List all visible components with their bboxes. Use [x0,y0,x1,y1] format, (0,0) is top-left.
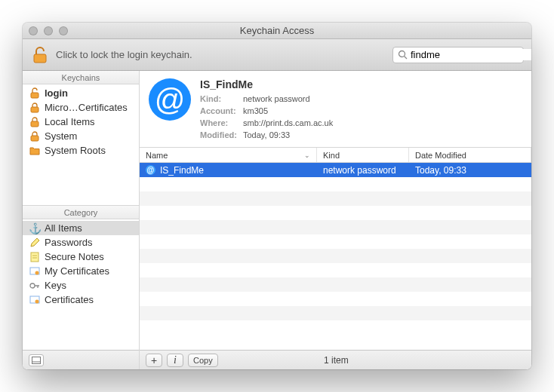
at-sign-icon: @ [149,78,191,121]
category-item-label: All Items [45,222,82,234]
category-header: Category [23,206,139,219]
svg-rect-0 [34,54,46,63]
toolbar: Click to lock the login keychain. ✕ [23,39,531,71]
category-item[interactable]: ⚓All Items [23,221,139,235]
main-pane: @ IS_FindMe Kind:network passwordAccount… [140,71,531,369]
detail-title: IS_FindMe [200,78,333,90]
svg-rect-4 [31,107,38,112]
keychain-access-window: Keychain Access Click to lock the login … [23,23,531,369]
search-field[interactable]: ✕ [392,47,524,63]
svg-rect-6 [31,136,38,141]
folder-icon [29,145,41,157]
titlebar: Keychain Access [23,23,531,39]
view-toggle-icon[interactable] [29,354,44,366]
column-kind[interactable]: Kind [317,148,409,162]
footer: + i Copy 1 item [140,350,531,369]
svg-text:⚓: ⚓ [29,222,41,234]
keychains-header: Keychains [23,71,139,84]
category-item[interactable]: My Certificates [23,264,139,278]
keychain-item-label: Micro…Certificates [45,102,128,113]
keychain-item[interactable]: login [23,86,139,100]
keychain-item[interactable]: System Roots [23,143,139,158]
keychain-item-label: login [45,87,68,99]
svg-point-12 [35,271,39,274]
category-item-label: Certificates [45,294,94,305]
at-sign-icon: @ [146,165,155,175]
category-item-label: Passwords [45,237,93,248]
keychain-item[interactable]: Micro…Certificates [23,100,139,115]
sidebar-footer [23,350,139,369]
note-icon [29,251,41,263]
svg-rect-8 [31,253,38,262]
table-header: Name⌄ Kind Date Modified [140,148,531,163]
padlock-icon [29,130,41,142]
svg-line-2 [405,57,408,60]
detail-row: Kind:network password [200,93,333,105]
detail-pane: @ IS_FindMe Kind:network passwordAccount… [140,71,531,148]
padlock-open-icon [29,87,41,100]
category-item-label: My Certificates [45,265,109,277]
sidebar: Keychains loginMicro…CertificatesLocal I… [23,71,140,369]
category-item-label: Keys [45,280,66,291]
padlock-icon [29,116,41,128]
cert-icon [29,294,41,306]
svg-rect-16 [32,357,41,363]
svg-point-15 [35,299,39,303]
table-body: @IS_FindMenetwork passwordToday, 09:33 [140,163,531,350]
column-date[interactable]: Date Modified [409,148,531,162]
column-name[interactable]: Name⌄ [140,148,317,162]
detail-row: Where:smb://print.ds.cam.ac.uk [200,117,333,129]
anchor-icon: ⚓ [29,222,41,234]
search-icon [398,50,408,60]
keychain-item-label: System Roots [45,145,106,156]
svg-rect-5 [31,121,38,127]
svg-point-1 [399,51,405,57]
item-count: 1 item [147,355,525,366]
table-row[interactable]: @IS_FindMenetwork passwordToday, 09:33 [140,163,531,177]
svg-point-13 [30,283,35,288]
key-icon [29,280,41,292]
category-item[interactable]: Secure Notes [23,250,139,264]
sort-caret-icon: ⌄ [304,152,310,159]
window-title: Keychain Access [23,25,531,36]
search-input[interactable] [408,49,531,60]
category-item[interactable]: Keys [23,278,139,292]
svg-rect-3 [31,93,38,98]
category-item[interactable]: Passwords [23,235,139,250]
keychain-item[interactable]: System [23,129,139,143]
keychain-item[interactable]: Local Items [23,115,139,129]
keychain-item-label: Local Items [45,116,94,127]
detail-row: Modified:Today, 09:33 [200,129,333,141]
pen-icon [29,237,41,249]
category-item[interactable]: Certificates [23,292,139,307]
keychain-item-label: System [45,130,77,142]
category-item-label: Secure Notes [45,251,104,262]
padlock-icon [29,102,41,114]
cert-icon [29,265,41,277]
lock-keychain-icon[interactable] [30,45,50,65]
lock-keychain-text: Click to lock the login keychain. [56,49,192,60]
detail-row: Account:km305 [200,105,333,117]
